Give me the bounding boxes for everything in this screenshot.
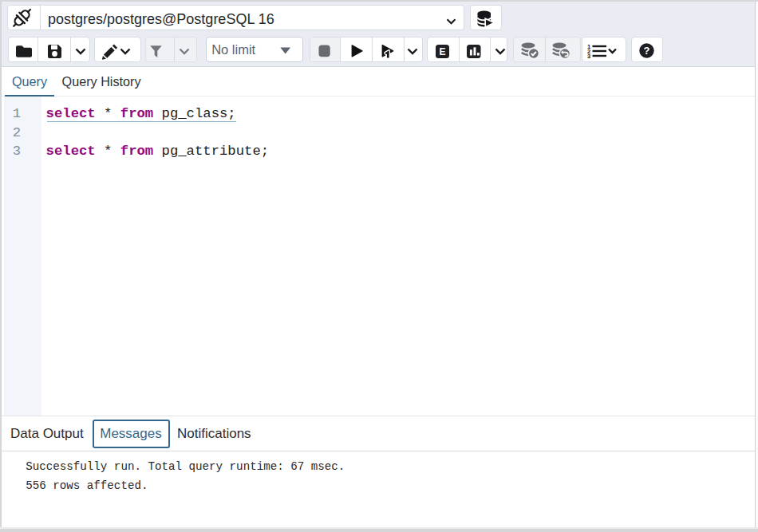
svg-text:?: ? [644, 45, 650, 57]
svg-text:3: 3 [587, 53, 590, 59]
svg-text:E: E [440, 46, 446, 57]
